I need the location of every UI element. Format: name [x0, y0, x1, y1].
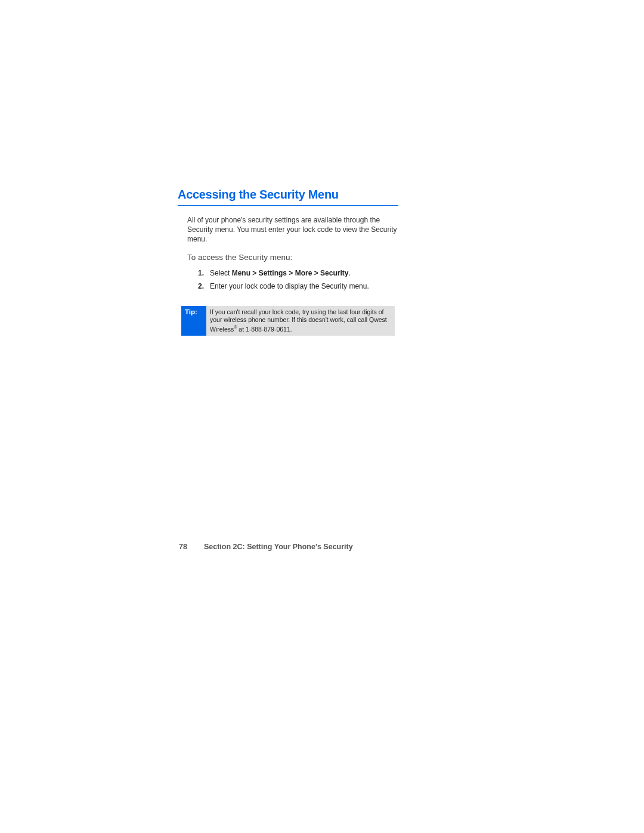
page-footer: 78 Section 2C: Setting Your Phone's Secu…: [179, 543, 353, 551]
step-prefix: Enter your lock code to display the Secu…: [210, 282, 369, 290]
steps-list: 1. Select Menu > Settings > More > Secur…: [198, 268, 398, 292]
sub-heading: To access the Security menu:: [187, 253, 398, 262]
step-item: 2. Enter your lock code to display the S…: [198, 281, 398, 292]
tip-label: Tip:: [181, 306, 206, 336]
tip-box: Tip: If you can't recall your lock code,…: [181, 306, 395, 336]
step-bold: Menu > Settings > More > Security: [232, 269, 349, 277]
step-suffix: .: [348, 269, 350, 277]
step-number: 2.: [198, 281, 210, 292]
step-prefix: Select: [210, 269, 232, 277]
page-content: Accessing the Security Menu All of your …: [178, 188, 398, 336]
step-text: Select Menu > Settings > More > Security…: [210, 268, 398, 278]
step-number: 1.: [198, 268, 210, 278]
section-title: Section 2C: Setting Your Phone's Securit…: [204, 543, 353, 551]
tip-text-after: at 1-888-879-0611.: [237, 325, 292, 332]
page-number: 78: [179, 543, 187, 551]
page-heading: Accessing the Security Menu: [178, 188, 398, 206]
step-item: 1. Select Menu > Settings > More > Secur…: [198, 268, 398, 278]
step-text: Enter your lock code to display the Secu…: [210, 281, 398, 292]
tip-content: If you can't recall your lock code, try …: [206, 306, 395, 336]
intro-paragraph: All of your phone's security settings ar…: [187, 215, 398, 244]
